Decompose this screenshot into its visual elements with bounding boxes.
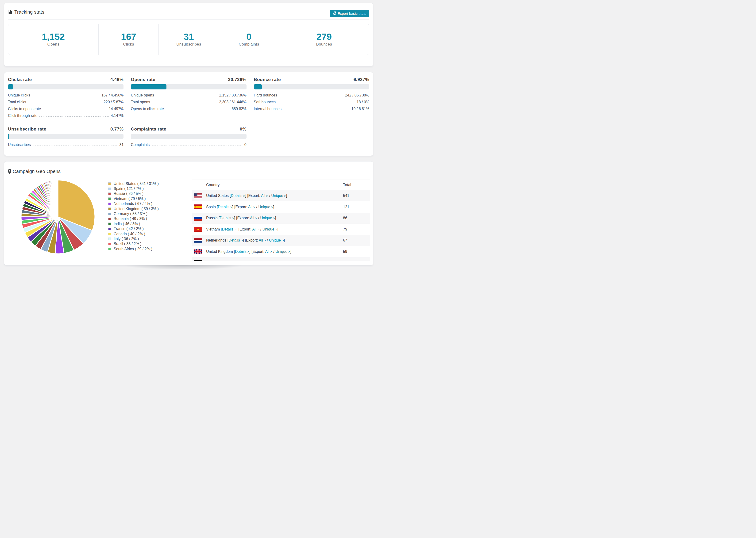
flag-cell (192, 201, 206, 213)
geo-table-row-de: Germany [Details >] [Export: All > / Uni… (192, 257, 370, 261)
rate-row-label: Complaints (131, 143, 149, 147)
geo-pie-chart (21, 180, 95, 254)
flag-cell (192, 224, 206, 235)
country-total: 59 (343, 246, 370, 257)
export-all-link[interactable]: All > (259, 238, 266, 242)
flag-es-icon (194, 204, 202, 209)
export-all-link[interactable]: All > (265, 249, 272, 253)
rate-row: Total opens2,303 / 61.446% (131, 99, 246, 105)
rate-row-label: Unique clicks (8, 93, 30, 97)
bottom-shadow (110, 265, 256, 269)
legend-item: Canada ( 40 / 2% ) (108, 232, 159, 237)
geo-table-header-row: Country Total (192, 180, 370, 190)
rate-value: 0.77% (110, 127, 124, 131)
dotted-leader (279, 96, 343, 96)
export-basic-stats-button[interactable]: Export basic stats (330, 10, 369, 17)
rate-row: Clicks to opens rate14.497% (8, 105, 124, 112)
export-all-link[interactable]: All > (252, 227, 259, 231)
export-unique-link[interactable]: Unique > (269, 238, 284, 242)
geo-table-row-ru: Russia [Details >] [Export: All > / Uniq… (192, 213, 370, 224)
geo-table: Country Total United States [Details >] … (192, 180, 370, 261)
legend-item: South Africa ( 29 / 2% ) (108, 246, 159, 251)
unsubscribe-rate-progress-bar (8, 134, 124, 139)
rate-value: 0% (240, 127, 246, 131)
stat-value: 31 (184, 32, 194, 42)
rate-row: Hard bounces242 / 86.738% (254, 92, 369, 99)
geo-table-row-gb: United Kingdom [Details >] [Export: All … (192, 246, 370, 257)
stat-opens: 1,152Opens (8, 24, 98, 55)
export-unique-link[interactable]: Unique > (260, 216, 275, 220)
legend-swatch (108, 202, 111, 205)
rates-card: Clicks rate4.46%Unique clicks167 / 4.456… (4, 72, 373, 156)
rate-row-value: 4.147% (111, 114, 124, 118)
country-name: Spain (206, 205, 216, 209)
country-cell: United States [Details >] [Export: All >… (206, 190, 343, 202)
rate-row-value: 0 (244, 143, 246, 147)
export-unique-link[interactable]: Unique > (258, 205, 273, 209)
rate-row: Soft bounces18 / 0% (254, 99, 369, 105)
rate-row: Total clicks220 / 5.87% (8, 99, 124, 105)
rate-row-label: Click through rate (8, 114, 37, 118)
legend-label: Netherlands ( 67 / 4% ) (114, 202, 152, 206)
clicks-rate-progress-bar (8, 84, 124, 89)
flag-cell (192, 246, 206, 257)
complaints-rate-group: Complaints rate0%Complaints0 (131, 127, 246, 148)
page: Tracking stats Export basic stats 1,152O… (0, 0, 378, 265)
rate-row-label: Internal bounces (254, 107, 282, 111)
export-all-link[interactable]: All > (254, 260, 261, 261)
rate-row-label: Total opens (131, 100, 150, 104)
rate-row-label: Unsubscribes (8, 143, 31, 147)
legend-swatch (108, 207, 111, 210)
legend-swatch (108, 248, 111, 250)
export-unique-link[interactable]: Unique > (275, 249, 290, 253)
legend-swatch (108, 192, 111, 195)
stat-value: 0 (246, 32, 251, 42)
export-unique-link[interactable]: Unique > (264, 260, 279, 261)
legend-label: Vietnam ( 79 / 5% ) (114, 197, 146, 201)
legend-item: Germany ( 55 / 3% ) (108, 211, 159, 216)
rate-row-label: Soft bounces (254, 100, 276, 104)
stat-label: Bounces (316, 42, 332, 47)
legend-item: Brazil ( 33 / 2% ) (108, 242, 159, 246)
export-all-link[interactable]: All > (261, 194, 268, 198)
legend-swatch (108, 197, 111, 200)
geo-table-row-nl: Netherlands [Details >] [Export: All > /… (192, 235, 370, 246)
details-link[interactable]: Details > (231, 194, 245, 198)
tracking-stats-card: Tracking stats Export basic stats 1,152O… (4, 3, 373, 67)
export-all-link[interactable]: All > (248, 205, 255, 209)
details-link[interactable]: Details > (224, 260, 238, 261)
flag-gb-icon (194, 249, 202, 254)
legend-item: India ( 46 / 3% ) (108, 221, 159, 226)
rate-title: Complaints rate (131, 127, 166, 131)
stat-unsubscribes: 31Unsubscribes (158, 24, 219, 55)
legend-label: United States ( 541 / 31% ) (114, 182, 159, 186)
details-link[interactable]: Details > (222, 227, 236, 231)
export-unique-link[interactable]: Unique > (262, 227, 277, 231)
legend-label: Brazil ( 33 / 2% ) (114, 242, 141, 246)
opens-rate-group: Opens rate30.736%Unique opens1,152 / 30.… (131, 77, 246, 119)
stat-label: Clicks (123, 42, 134, 47)
country-name: United Kingdom (206, 249, 233, 253)
details-link[interactable]: Details > (220, 216, 234, 220)
country-total: 541 (343, 190, 370, 202)
stat-value: 279 (316, 32, 332, 42)
rate-row-value: 220 / 5.87% (104, 100, 124, 104)
tracking-stats-title: Tracking stats (14, 9, 44, 15)
legend-label: Romania ( 49 / 3% ) (114, 217, 147, 221)
stat-bounces: 279Bounces (279, 24, 369, 55)
clicks-rate-group: Clicks rate4.46%Unique clicks167 / 4.456… (8, 77, 124, 119)
details-link[interactable]: Details > (218, 205, 232, 209)
rate-value: 30.736% (228, 77, 246, 82)
rate-title: Unsubscribe rate (8, 127, 46, 131)
legend-label: South Africa ( 29 / 2% ) (114, 247, 152, 251)
tracking-stats-header: Tracking stats Export basic stats (4, 3, 373, 20)
total-column-header: Total (343, 180, 370, 190)
export-all-link[interactable]: All > (250, 216, 257, 220)
legend-item: France ( 42 / 2% ) (108, 227, 159, 232)
details-link[interactable]: Details > (235, 249, 249, 253)
geo-header: Campaign Geo Opens (4, 161, 373, 176)
legend-swatch (108, 183, 111, 185)
details-link[interactable]: Details > (229, 238, 243, 242)
rate-title: Opens rate (131, 77, 155, 82)
export-unique-link[interactable]: Unique > (271, 194, 286, 198)
